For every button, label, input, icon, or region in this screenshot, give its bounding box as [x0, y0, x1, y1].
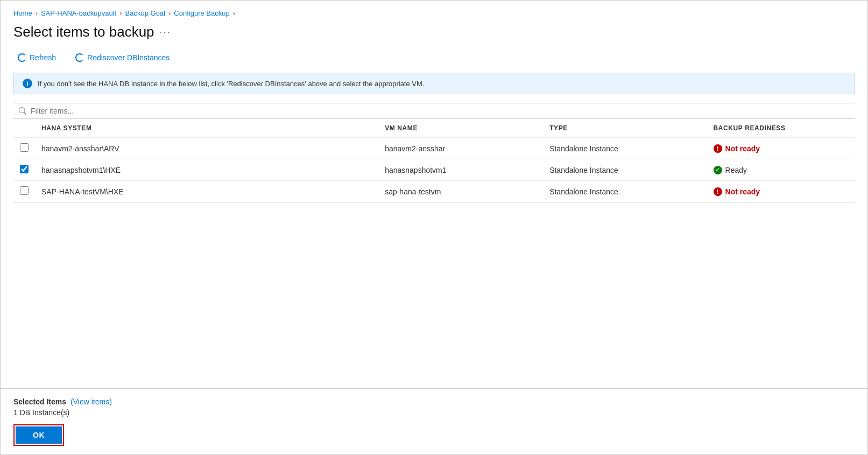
readiness-2: !Not ready	[707, 181, 855, 202]
error-icon: !	[714, 144, 722, 153]
page-title-row: Select items to backup ···	[13, 24, 855, 40]
breadcrumb: Home › SAP-HANA-backupvault › Backup Goa…	[13, 9, 855, 17]
rediscover-button[interactable]: Rediscover DBInstances	[71, 51, 174, 64]
table-row: hanavm2-ansshar\ARVhanavm2-anssharStanda…	[13, 138, 855, 159]
hana-system-2: SAP-HANA-testVM\HXE	[35, 181, 378, 202]
search-icon	[19, 107, 26, 115]
row-checkbox-2[interactable]	[20, 186, 29, 195]
page-wrapper: Home › SAP-HANA-backupvault › Backup Goa…	[0, 0, 868, 455]
row-checkbox-1[interactable]	[20, 165, 29, 173]
checkbox-cell-1	[13, 159, 35, 181]
view-items-link[interactable]: (View items)	[70, 397, 112, 406]
vm-name-0: hanavm2-ansshar	[378, 138, 543, 159]
readiness-0: !Not ready	[707, 138, 855, 159]
rediscover-icon	[75, 53, 84, 62]
info-icon: i	[23, 79, 32, 88]
table-body: hanavm2-ansshar\ARVhanavm2-anssharStanda…	[13, 138, 855, 202]
type-1: Standalone Instance	[543, 159, 707, 181]
info-banner: i If you don't see the HANA DB Instance …	[13, 73, 855, 94]
checkbox-cell-2	[13, 181, 35, 202]
col-type: TYPE	[543, 119, 707, 138]
toolbar: Refresh Rediscover DBInstances	[13, 51, 855, 64]
hana-system-0: hanavm2-ansshar\ARV	[35, 138, 378, 159]
table-row: SAP-HANA-testVM\HXEsap-hana-testvmStanda…	[13, 181, 855, 202]
selected-items-row: Selected Items (View items)	[13, 397, 855, 406]
ready-label: Ready	[725, 166, 747, 174]
type-2: Standalone Instance	[543, 181, 707, 202]
ok-icon: ✓	[714, 166, 722, 174]
col-vm-name: VM Name	[378, 119, 543, 138]
vm-name-1: hanasnapshotvm1	[378, 159, 543, 181]
col-backup-readiness: BACKUP READINESS	[707, 119, 855, 138]
ok-button[interactable]: OK	[16, 426, 62, 444]
table-container: HANA System VM Name TYPE BACKUP READINES…	[13, 119, 855, 203]
table-row: hanasnapshotvm1\HXEhanasnapshotvm1Standa…	[13, 159, 855, 181]
search-input[interactable]	[31, 107, 849, 115]
not-ready-label: Not ready	[725, 187, 760, 196]
refresh-button[interactable]: Refresh	[13, 51, 60, 64]
readiness-1: ✓Ready	[707, 159, 855, 181]
db-instances-count: 1 DB Instance(s)	[13, 408, 855, 417]
refresh-icon	[18, 53, 26, 62]
page-title: Select items to backup	[13, 24, 154, 40]
not-ready-label: Not ready	[725, 144, 760, 153]
col-hana-system: HANA System	[35, 119, 378, 138]
ok-button-wrapper: OK	[13, 424, 64, 446]
breadcrumb-configure[interactable]: Configure Backup	[174, 9, 229, 17]
row-checkbox-0[interactable]	[20, 143, 29, 152]
breadcrumb-goal[interactable]: Backup Goal	[125, 9, 165, 17]
checkbox-cell-0	[13, 138, 35, 159]
footer: Selected Items (View items) 1 DB Instanc…	[1, 388, 867, 454]
items-table: HANA System VM Name TYPE BACKUP READINES…	[13, 119, 855, 202]
col-checkbox	[13, 119, 35, 138]
error-icon: !	[714, 187, 722, 196]
table-header: HANA System VM Name TYPE BACKUP READINES…	[13, 119, 855, 138]
breadcrumb-home[interactable]: Home	[13, 9, 32, 17]
info-banner-text: If you don't see the HANA DB Instance in…	[38, 80, 425, 88]
selected-label: Selected Items	[13, 397, 66, 406]
more-options-button[interactable]: ···	[160, 26, 171, 38]
rediscover-label: Rediscover DBInstances	[87, 53, 170, 62]
hana-system-1: hanasnapshotvm1\HXE	[35, 159, 378, 181]
main-content: Home › SAP-HANA-backupvault › Backup Goa…	[1, 1, 867, 388]
refresh-label: Refresh	[30, 53, 56, 62]
search-bar	[13, 103, 855, 119]
vm-name-2: sap-hana-testvm	[378, 181, 543, 202]
breadcrumb-vault[interactable]: SAP-HANA-backupvault	[41, 9, 116, 17]
type-0: Standalone Instance	[543, 138, 707, 159]
